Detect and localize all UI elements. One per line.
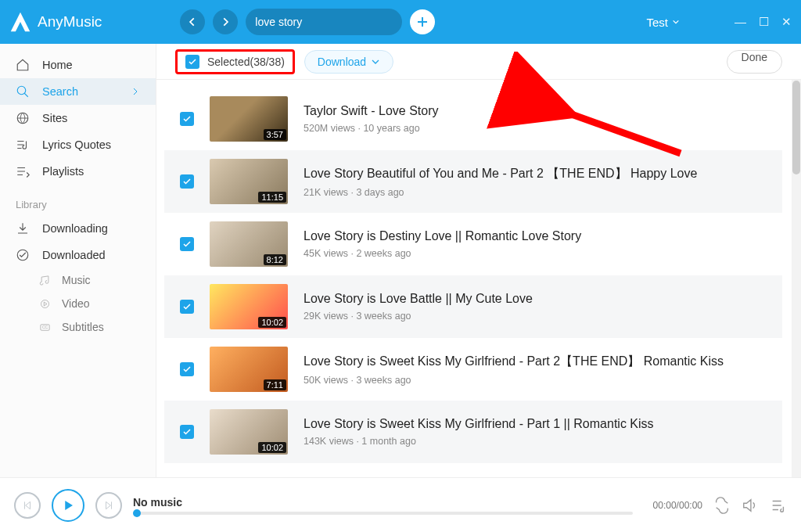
- result-row[interactable]: 7:11 Love Story is Sweet Kiss My Girlfri…: [164, 338, 782, 401]
- track-title: No music: [133, 496, 633, 509]
- svg-point-4: [41, 300, 49, 307]
- sidebar-item-sites[interactable]: Sites: [0, 105, 156, 131]
- result-row[interactable]: 10:02 Love Story is Sweet Kiss My Girlfr…: [164, 401, 782, 463]
- back-button[interactable]: [180, 9, 205, 34]
- sidebar-item-label: Lyrics Quotes: [42, 138, 111, 151]
- result-meta: 21K views · 3 days ago: [304, 187, 782, 198]
- plus-icon: [416, 16, 429, 28]
- sidebar-sub-video[interactable]: Video: [0, 292, 156, 315]
- result-meta: 50K views · 3 weeks ago: [304, 375, 782, 386]
- check-icon: [182, 302, 192, 311]
- search-input-wrap[interactable]: [246, 9, 402, 35]
- result-title: Love Story is Sweet Kiss My Girlfriend -…: [304, 417, 782, 431]
- next-button[interactable]: [95, 492, 122, 519]
- result-row[interactable]: 10:02 Love Story is Love Battle || My Cu…: [164, 275, 782, 338]
- subtitles-icon: CC: [39, 322, 51, 333]
- result-title: Love Story is Sweet Kiss My Girlfriend -…: [304, 354, 782, 370]
- queue-button[interactable]: [770, 497, 787, 514]
- result-title: Love Story is Destiny Love || Romantic L…: [304, 229, 782, 243]
- select-all-box[interactable]: Selected(38/38): [175, 49, 295, 74]
- video-thumbnail: 8:12: [210, 221, 288, 267]
- previous-button[interactable]: [14, 492, 41, 519]
- downloading-icon: [16, 221, 30, 235]
- next-icon: [103, 500, 114, 511]
- result-title: Love Story Beautiful of You and Me - Par…: [304, 166, 782, 182]
- action-bar: Selected(38/38) Download Done: [156, 44, 801, 80]
- chevron-down-icon: [371, 57, 380, 66]
- play-icon: [61, 498, 75, 512]
- scrollbar[interactable]: [792, 80, 801, 477]
- video-thumbnail: 10:02: [210, 409, 288, 455]
- svg-text:CC: CC: [42, 325, 48, 329]
- search-input[interactable]: [255, 16, 392, 28]
- row-checkbox[interactable]: [180, 174, 194, 189]
- add-button[interactable]: [410, 9, 435, 34]
- progress-knob[interactable]: [133, 509, 141, 517]
- lyrics-icon: [16, 138, 30, 152]
- sidebar-item-label: Home: [42, 59, 73, 71]
- library-section-label: Library: [0, 185, 156, 215]
- video-thumbnail: 11:15: [210, 159, 288, 204]
- row-checkbox[interactable]: [180, 112, 194, 126]
- results-list: 3:57 Taylor Swift - Love Story520M views…: [156, 80, 801, 477]
- sidebar-item-playlists[interactable]: Playlists: [0, 158, 156, 185]
- duration: 11:15: [258, 192, 286, 203]
- svg-point-1: [17, 86, 26, 95]
- sidebar-sub-music[interactable]: Music: [0, 268, 156, 292]
- sidebar-item-label: Sites: [42, 112, 67, 124]
- selected-count-label: Selected(38/38): [207, 56, 285, 68]
- row-checkbox[interactable]: [180, 362, 194, 376]
- sidebar-item-search[interactable]: Search: [0, 78, 156, 105]
- download-label: Download: [318, 56, 366, 68]
- maximize-button[interactable]: ☐: [759, 15, 769, 29]
- chevron-left-icon: [187, 16, 198, 27]
- downloaded-icon: [16, 248, 30, 262]
- close-button[interactable]: ✕: [781, 15, 792, 29]
- playlists-icon: [16, 164, 30, 178]
- result-row[interactable]: 11:15 Love Story Beautiful of You and Me…: [164, 150, 782, 213]
- sidebar-sub-subtitles[interactable]: CC Subtitles: [0, 315, 156, 339]
- minimize-button[interactable]: —: [735, 15, 746, 29]
- test-menu[interactable]: Test: [646, 16, 680, 29]
- loop-button[interactable]: [713, 497, 731, 514]
- search-icon: [16, 84, 30, 99]
- download-button[interactable]: Download: [304, 50, 393, 74]
- duration: 7:11: [264, 379, 286, 390]
- row-checkbox[interactable]: [180, 300, 194, 314]
- sidebar-item-home[interactable]: Home: [0, 52, 156, 78]
- done-label: Done: [742, 51, 767, 63]
- duration: 10:02: [258, 317, 286, 328]
- duration: 10:02: [258, 442, 286, 453]
- chevron-right-icon: [131, 87, 140, 96]
- result-title: Taylor Swift - Love Story: [304, 104, 782, 118]
- player-bar: No music 00:00/00:00: [0, 477, 801, 532]
- sidebar-item-label: Downloaded: [42, 249, 106, 261]
- sidebar: Home Search Sites Lyrics Quotes Playlist…: [0, 44, 156, 477]
- select-all-checkbox[interactable]: [185, 55, 199, 69]
- chevron-right-icon: [220, 16, 231, 27]
- row-checkbox[interactable]: [180, 425, 194, 439]
- home-icon: [16, 58, 30, 72]
- play-button[interactable]: [52, 489, 84, 522]
- video-thumbnail: 7:11: [210, 347, 288, 392]
- row-checkbox[interactable]: [180, 237, 194, 251]
- scrollbar-thumb[interactable]: [792, 81, 800, 174]
- check-icon: [182, 177, 192, 186]
- forward-button[interactable]: [213, 9, 238, 34]
- video-thumbnail: 3:57: [210, 96, 288, 142]
- done-button[interactable]: Done: [727, 50, 782, 74]
- sites-icon: [16, 111, 30, 125]
- progress-bar[interactable]: [133, 512, 633, 515]
- sidebar-item-lyrics[interactable]: Lyrics Quotes: [0, 131, 156, 158]
- result-meta: 520M views · 10 years ago: [304, 123, 782, 134]
- volume-button[interactable]: [742, 497, 759, 514]
- sidebar-item-downloaded[interactable]: Downloaded: [0, 242, 156, 268]
- video-icon: [39, 298, 51, 310]
- app-name: AnyMusic: [38, 13, 102, 31]
- check-icon: [182, 427, 192, 437]
- sidebar-item-downloading[interactable]: Downloading: [0, 215, 156, 242]
- result-row[interactable]: 3:57 Taylor Swift - Love Story520M views…: [164, 88, 782, 150]
- result-row[interactable]: 8:12 Love Story is Destiny Love || Roman…: [164, 213, 782, 275]
- result-meta: 45K views · 2 weeks ago: [304, 248, 782, 259]
- sidebar-item-label: Search: [42, 85, 78, 98]
